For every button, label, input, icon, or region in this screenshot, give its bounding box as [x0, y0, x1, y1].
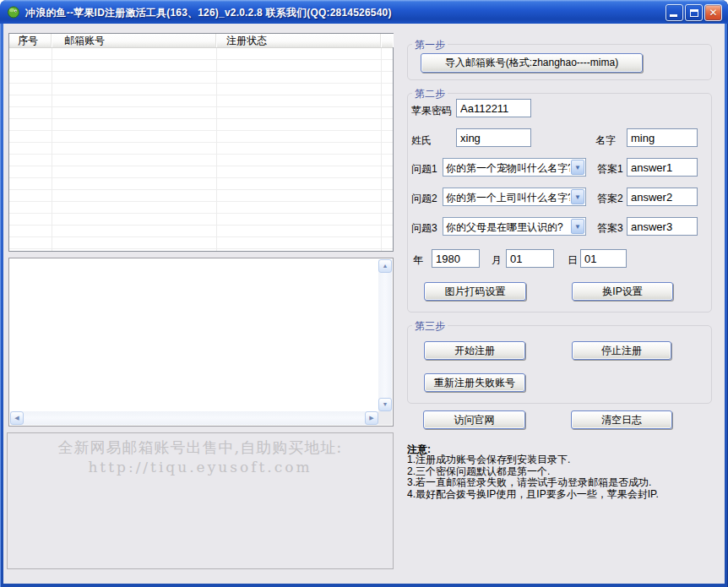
column-header-filler	[381, 34, 393, 47]
chevron-down-icon[interactable]: ▼	[571, 160, 584, 175]
vertical-scrollbar[interactable]: ▲ ▼	[378, 259, 392, 411]
captcha-settings-button[interactable]: 图片打码设置	[424, 282, 526, 301]
import-accounts-button[interactable]: 导入邮箱账号(格式:zhanghao----mima)	[421, 53, 643, 73]
clear-log-button[interactable]: 清空日志	[571, 410, 672, 429]
note-line: 2.三个密保问题默认都是第一个.	[407, 466, 720, 478]
day-field[interactable]	[580, 249, 627, 268]
answer2-label: 答案2	[597, 192, 623, 206]
maximize-button[interactable]	[685, 4, 703, 21]
column-separator	[52, 48, 52, 251]
app-icon	[7, 5, 20, 19]
window-controls: ✕	[666, 4, 722, 21]
table-header: 序号 邮箱账号 注册状态	[9, 34, 393, 48]
retry-failed-accounts-button[interactable]: 重新注册失败账号	[424, 373, 525, 392]
column-separator	[216, 48, 217, 251]
year-field[interactable]	[432, 249, 480, 268]
log-output[interactable]: ▲ ▼ ◀ ▶	[8, 258, 394, 427]
email-account-table: 序号 邮箱账号 注册状态	[8, 33, 394, 252]
column-header-email[interactable]: 邮箱账号	[52, 34, 216, 47]
question2-dropdown[interactable]: 你的第一个上司叫什么名字? ▼	[443, 188, 586, 206]
first-name-field[interactable]	[627, 128, 698, 147]
first-name-label: 名字	[595, 133, 616, 148]
question3-dropdown[interactable]: 你的父母是在哪里认识的? ▼	[443, 217, 586, 236]
question1-label: 问题1	[411, 162, 437, 177]
answer3-label: 答案3	[597, 221, 623, 236]
watermark-panel: 全新网易邮箱账号出售中,自助购买地址: http://tiqu.eyusoft.…	[7, 432, 394, 569]
visit-website-button[interactable]: 访问官网	[423, 410, 525, 429]
answer1-label: 答案1	[597, 162, 623, 177]
note-line: 3.若一直邮箱登录失败，请尝试手动登录邮箱是否成功.	[407, 477, 720, 489]
note-line: 1.注册成功账号会保存到安装目录下.	[407, 454, 720, 466]
step2-group: 第二步 苹果密码 姓氏 名字 问题1 你的第一个宠物叫什么名字? ▼ 答案1 问…	[407, 93, 712, 313]
question2-label: 问题2	[411, 192, 437, 206]
column-header-status[interactable]: 注册状态	[216, 34, 381, 47]
question3-label: 问题3	[411, 221, 437, 236]
column-header-serial[interactable]: 序号	[9, 34, 52, 47]
step1-title: 第一步	[412, 38, 448, 52]
question1-dropdown[interactable]: 你的第一个宠物叫什么名字? ▼	[443, 158, 586, 177]
month-label: 月	[492, 253, 502, 268]
scroll-down-icon[interactable]: ▼	[378, 398, 392, 411]
scroll-right-icon[interactable]: ▶	[365, 411, 378, 425]
change-ip-settings-button[interactable]: 换IP设置	[572, 282, 673, 301]
minimize-icon	[670, 14, 677, 17]
watermark-url: http://tiqu.eyusoft.com	[8, 459, 393, 476]
apple-password-label: 苹果密码	[411, 104, 452, 118]
minimize-button[interactable]	[666, 4, 683, 21]
answer2-field[interactable]	[627, 188, 698, 206]
apple-password-field[interactable]	[456, 99, 531, 117]
question2-selected-value: 你的第一个上司叫什么名字?	[446, 191, 570, 205]
chevron-down-icon[interactable]: ▼	[571, 189, 584, 204]
window-title: 冲浪的鱼--苹果ID注册激活工具(163、126)_v2.0.2.8 联系我们(…	[25, 6, 392, 20]
horizontal-scrollbar[interactable]: ◀ ▶	[10, 411, 378, 425]
title-bar[interactable]: 冲浪的鱼--苹果ID注册激活工具(163、126)_v2.0.2.8 联系我们(…	[0, 0, 728, 24]
question1-selected-value: 你的第一个宠物叫什么名字?	[446, 161, 570, 176]
step3-group: 第三步 开始注册 停止注册 重新注册失败账号	[407, 325, 712, 404]
notes-list: 1.注册成功账号会保存到安装目录下. 2.三个密保问题默认都是第一个. 3.若一…	[407, 454, 720, 500]
month-field[interactable]	[506, 249, 554, 268]
app-window: 冲浪的鱼--苹果ID注册激活工具(163、126)_v2.0.2.8 联系我们(…	[0, 0, 728, 587]
scroll-up-icon[interactable]: ▲	[378, 259, 392, 273]
last-name-label: 姓氏	[411, 133, 432, 148]
question3-selected-value: 你的父母是在哪里认识的?	[446, 220, 570, 235]
column-separator	[381, 48, 382, 251]
note-line: 4.最好配合拨号换IP使用，且IP要多小一些，苹果会封IP.	[407, 489, 720, 501]
year-label: 年	[413, 253, 423, 268]
client-area: 序号 邮箱账号 注册状态 ▲ ▼ ◀ ▶ 全	[3, 24, 725, 584]
chevron-down-icon[interactable]: ▼	[571, 219, 584, 234]
table-body[interactable]	[9, 48, 393, 251]
answer3-field[interactable]	[627, 217, 698, 236]
answer1-field[interactable]	[627, 158, 698, 177]
watermark-text: 全新网易邮箱账号出售中,自助购买地址:	[8, 438, 393, 458]
step1-group: 第一步 导入邮箱账号(格式:zhanghao----mima)	[407, 44, 712, 80]
last-name-field[interactable]	[456, 128, 531, 147]
close-button[interactable]: ✕	[704, 4, 722, 21]
day-label: 日	[568, 253, 578, 268]
step3-title: 第三步	[412, 319, 448, 334]
scroll-left-icon[interactable]: ◀	[10, 411, 24, 425]
maximize-icon	[690, 9, 698, 17]
scrollbar-corner	[378, 411, 392, 425]
close-icon: ✕	[705, 7, 721, 19]
stop-register-button[interactable]: 停止注册	[572, 341, 671, 360]
step2-title: 第二步	[412, 87, 448, 101]
start-register-button[interactable]: 开始注册	[424, 341, 525, 360]
